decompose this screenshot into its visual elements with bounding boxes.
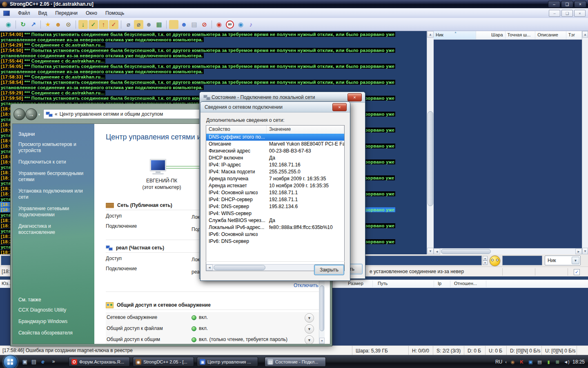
property-row[interactable]: Служба NetBIOS через... Да bbox=[206, 217, 344, 224]
chevron-down-icon[interactable]: ▼ bbox=[572, 257, 579, 264]
user-list-hscrollbar[interactable]: ◄ ► bbox=[434, 248, 582, 254]
user-list-column-header[interactable]: Описание bbox=[535, 31, 566, 39]
user-list-hscroll-thumb[interactable] bbox=[441, 249, 491, 254]
property-row[interactable]: Локальный IPv6-адрес... fe80::888a:8ff4:… bbox=[206, 224, 344, 231]
close-icon[interactable]: × bbox=[332, 103, 347, 111]
hub-user-list[interactable]: НикШараТочная ш...ОписаниеТэг ▲ ◄ ► bbox=[434, 31, 582, 254]
toolbar-icon[interactable]: ♪ bbox=[246, 20, 256, 29]
toolbar-icon[interactable]: ⊙ bbox=[64, 20, 73, 29]
toolbar-icon[interactable]: ✓ bbox=[89, 20, 98, 29]
restore-button[interactable]: ❑ bbox=[561, 1, 573, 8]
expand-section-button[interactable]: ▼ bbox=[305, 335, 314, 344]
property-row[interactable]: Описание Marvell Yukon 88E8040T PCI-E Fa… bbox=[206, 141, 344, 148]
expand-section-button[interactable]: ▼ bbox=[305, 313, 314, 323]
menu-item[interactable]: Вид bbox=[34, 9, 51, 18]
scroll-right-icon[interactable]: ► bbox=[575, 249, 582, 254]
property-row[interactable]: DHCP включен Да bbox=[206, 155, 344, 162]
user-list-vscrollbar[interactable]: ▲ ▼ bbox=[582, 31, 588, 254]
toolbar-icon[interactable] bbox=[166, 20, 167, 29]
property-row[interactable]: Аренда истекает 10 ноября 2009 г. 16:35:… bbox=[206, 182, 344, 189]
taskbar-task-button[interactable]: O Форум.Астрахань.R... bbox=[69, 357, 130, 367]
user-list-column-header[interactable]: Шара bbox=[476, 31, 506, 39]
toolbar-icon[interactable]: ☻ bbox=[179, 20, 189, 29]
user-list-column-header[interactable]: Точная ш... bbox=[506, 31, 536, 39]
property-row[interactable]: IPv4: Маска подсети 255.255.255.0 bbox=[206, 168, 344, 175]
toolbar-icon[interactable]: ★ bbox=[43, 20, 53, 29]
sidebar-task-link[interactable]: Просмотр компьютеров и устройств bbox=[13, 139, 94, 156]
kaspersky-tray-icon[interactable]: K bbox=[519, 359, 525, 365]
menu-item[interactable]: Файл bbox=[14, 9, 34, 18]
volume-tray-icon[interactable]: ◄) bbox=[564, 359, 570, 365]
property-row[interactable]: IPv4: WINS-сервер bbox=[206, 210, 344, 217]
taskbar-task-button[interactable]: ▤ Состояние - Подкл... bbox=[265, 357, 326, 367]
toolbar-icon[interactable]: ⌀ bbox=[124, 20, 133, 29]
property-row[interactable]: IPv4: IP-адрес 192.168.71.16 bbox=[206, 162, 344, 168]
close-button[interactable]: × bbox=[574, 1, 586, 8]
mdi-close-button[interactable]: × bbox=[574, 10, 586, 17]
toolbar-icon[interactable]: ▤ bbox=[189, 20, 199, 29]
property-row[interactable]: IPv6: Основной шлюз bbox=[206, 231, 344, 238]
close-icon[interactable]: × bbox=[347, 93, 362, 101]
property-row[interactable]: Аренда получена 7 ноября 2009 г. 16:35:3… bbox=[206, 175, 344, 182]
network-tray-icon[interactable]: ⊞ bbox=[555, 359, 561, 365]
scroll-up-icon[interactable]: ▲ bbox=[427, 31, 434, 38]
scroll-left-icon[interactable]: ◄ bbox=[206, 265, 213, 271]
sidebar-task-link[interactable]: Управление сетевыми подключениями bbox=[13, 203, 94, 220]
internet-explorer-icon[interactable]: e bbox=[39, 358, 47, 365]
toolbar-icon[interactable]: ↻ bbox=[18, 20, 28, 29]
toolbar-icon[interactable]: ☻ bbox=[53, 20, 63, 29]
property-row[interactable]: Физический адрес 00-23-8B-B3-67-63 bbox=[206, 148, 344, 155]
sidebar-task-link[interactable]: Управление беспроводными сетями bbox=[13, 168, 94, 185]
toolbar-icon[interactable]: ◉ bbox=[236, 20, 245, 29]
toolbar-icon[interactable]: ↗ bbox=[29, 20, 38, 29]
explorer-scroll-thumb[interactable] bbox=[320, 285, 324, 331]
toolbar-icon[interactable]: ☻ bbox=[144, 20, 154, 29]
clock[interactable]: 18:25 bbox=[572, 359, 585, 365]
transfers-column-header[interactable]: Размер bbox=[348, 281, 363, 286]
minimize-button[interactable]: – bbox=[548, 1, 560, 8]
mdi-minimize-button[interactable]: – bbox=[549, 10, 560, 17]
history-dropdown-icon[interactable]: ▼ bbox=[38, 113, 41, 117]
toolbar-icon[interactable]: 80 bbox=[226, 20, 234, 29]
toolbar-icon[interactable]: ↑ bbox=[99, 20, 108, 29]
back-button[interactable]: ← bbox=[13, 108, 25, 120]
forward-button[interactable]: → bbox=[25, 108, 37, 120]
menu-item[interactable]: Передачи bbox=[51, 9, 82, 18]
taskbar-task-button[interactable]: ◉ StrongDC++ 2.05 - [... bbox=[133, 357, 194, 367]
scroll-up-icon[interactable]: ▲ bbox=[582, 31, 588, 38]
value-column-header[interactable]: Значение bbox=[267, 126, 344, 134]
toolbar-icon[interactable] bbox=[16, 20, 16, 29]
toolbar-icon[interactable] bbox=[169, 20, 178, 29]
menu-item[interactable]: Помощь bbox=[101, 9, 128, 18]
property-row[interactable]: IPv4: Основной шлюз 192.168.71.1 bbox=[206, 189, 344, 196]
scroll-left-icon[interactable]: ◄ bbox=[434, 249, 440, 254]
details-close-button[interactable]: Закрыть bbox=[314, 265, 344, 275]
scroll-down-icon[interactable]: ▼ bbox=[427, 248, 434, 254]
quick-launch-expand-icon[interactable]: » bbox=[50, 358, 57, 365]
chat-scrollbar[interactable]: ▲ ▼ bbox=[427, 31, 434, 254]
disconnect-link[interactable]: Отключить bbox=[294, 283, 318, 288]
property-column-header[interactable]: Свойство bbox=[206, 126, 267, 134]
strongdc-tray-icon[interactable]: ◉ bbox=[510, 359, 516, 365]
filter-input[interactable] bbox=[502, 256, 542, 265]
computer-icon[interactable] bbox=[147, 159, 169, 175]
quick-launch-switcher-icon[interactable]: ▣ bbox=[21, 358, 29, 365]
mdi-restore-button[interactable]: ❑ bbox=[561, 10, 573, 17]
sidebar-task-link[interactable]: Установка подключения или сети bbox=[13, 185, 94, 203]
transfers-column-header[interactable]: Ip bbox=[438, 281, 441, 286]
user-list-column-header[interactable]: Тэг bbox=[566, 31, 582, 39]
tray-collapse-icon[interactable]: ‹ bbox=[505, 359, 507, 364]
toolbar-icon[interactable] bbox=[212, 20, 212, 29]
display-tray-icon[interactable]: ▤ bbox=[537, 359, 543, 365]
toolbar-icon[interactable]: ◉ bbox=[4, 20, 13, 29]
toolbar-icon[interactable]: ◉ bbox=[214, 20, 224, 29]
see-also-link[interactable]: Свойства обозревателя bbox=[13, 327, 94, 339]
property-row[interactable]: IPv6: DNS-сервер bbox=[206, 238, 344, 245]
address-chevrons[interactable]: « bbox=[55, 111, 58, 117]
scroll-down-icon[interactable]: ▼ bbox=[319, 338, 325, 344]
see-also-link[interactable]: CCX Diagnostic Utility bbox=[13, 304, 94, 316]
toolbar-icon[interactable] bbox=[76, 20, 76, 29]
toolbar-icon[interactable] bbox=[121, 20, 121, 29]
taskbar-task-button[interactable]: ▣ Центр управления ... bbox=[197, 357, 258, 367]
network-details-dialog[interactable]: Сведения о сетевом подключении × Дополни… bbox=[200, 101, 350, 281]
